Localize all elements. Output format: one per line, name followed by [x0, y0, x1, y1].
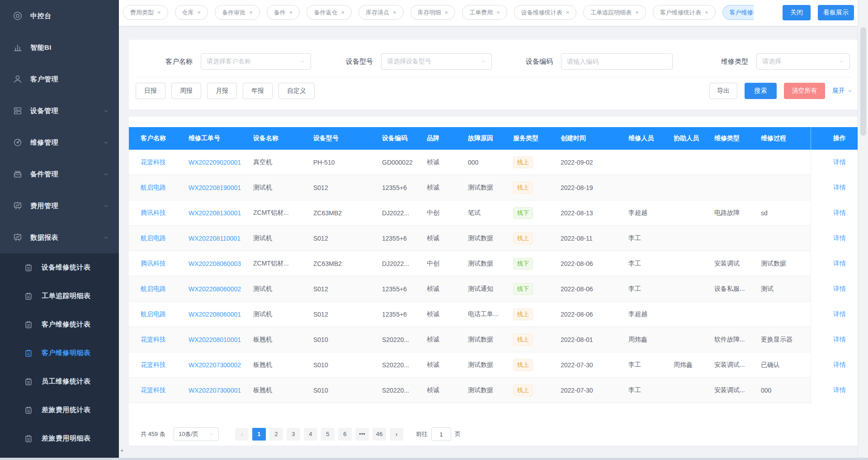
- page-number-button[interactable]: 1: [252, 428, 266, 441]
- work-order-link[interactable]: WX202208110001: [189, 235, 241, 242]
- sidebar-item-devices[interactable]: 设备管理: [0, 95, 119, 127]
- next-page-button[interactable]: ›: [390, 428, 403, 441]
- tab[interactable]: 工单费用 ×: [462, 5, 507, 20]
- period-button[interactable]: 年报: [243, 83, 273, 99]
- sidebar-subitem[interactable]: 员工维修统计表: [0, 367, 119, 396]
- work-order-link[interactable]: WX202207300001: [189, 387, 241, 394]
- customer-link[interactable]: 腾讯科技: [141, 260, 166, 267]
- work-order-link[interactable]: WX202208060003: [189, 260, 241, 267]
- detail-link[interactable]: 详情: [833, 209, 846, 217]
- sidebar-subitem[interactable]: 差旅费用明细表: [0, 424, 119, 453]
- device-code-input[interactable]: [567, 58, 667, 65]
- search-button[interactable]: 搜索: [745, 83, 777, 99]
- tab[interactable]: 费用类型 ×: [123, 5, 168, 20]
- sidebar-subitem[interactable]: 设备维修统计表: [0, 253, 119, 282]
- page-number-button[interactable]: 2: [269, 428, 283, 441]
- tab[interactable]: 库存明细 ×: [410, 5, 456, 20]
- close-button[interactable]: 关闭: [783, 5, 811, 20]
- tab[interactable]: 备件返仓 ×: [307, 5, 352, 20]
- work-order-link[interactable]: WX202207300002: [189, 361, 241, 369]
- tab-close-icon[interactable]: ×: [496, 9, 500, 15]
- work-order-link[interactable]: WX202208130001: [189, 209, 241, 217]
- customer-link[interactable]: 花篮科技: [141, 361, 166, 368]
- tab-close-icon[interactable]: ×: [157, 9, 161, 15]
- sidebar-item-reports[interactable]: 数据报表: [0, 222, 119, 253]
- page-number-button[interactable]: 46: [373, 428, 386, 441]
- page-number-button[interactable]: •••: [355, 428, 369, 441]
- sidebar-item-customers[interactable]: 客户管理: [0, 63, 119, 95]
- tab[interactable]: 工单追踪明细表 ×: [583, 5, 646, 20]
- tab[interactable]: 备件 ×: [267, 5, 300, 20]
- sidebar-item-repairs[interactable]: 维修管理: [0, 127, 119, 158]
- sidebar-item-bi[interactable]: 智能BI: [0, 32, 119, 63]
- page-size-select[interactable]: 10条/页: [174, 427, 219, 441]
- goto-page-input[interactable]: [431, 427, 451, 441]
- tab-close-icon[interactable]: ×: [393, 9, 396, 15]
- tab[interactable]: 客户维修统计表 ×: [653, 5, 716, 20]
- detail-link[interactable]: 详情: [833, 361, 846, 369]
- tab-close-icon[interactable]: ×: [566, 9, 570, 15]
- detail-link[interactable]: 详情: [833, 260, 846, 268]
- tab-close-icon[interactable]: ×: [198, 9, 201, 15]
- customer-link[interactable]: 航启电路: [141, 184, 166, 191]
- tab-close-icon[interactable]: ×: [249, 9, 253, 15]
- detail-link[interactable]: 详情: [833, 310, 846, 318]
- prev-page-button[interactable]: ‹: [235, 428, 249, 441]
- work-order-link[interactable]: WX202208060002: [189, 285, 241, 293]
- work-order-link[interactable]: WX202209020001: [189, 159, 241, 166]
- board-display-button[interactable]: 看板展示: [818, 5, 854, 20]
- customer-link[interactable]: 花篮科技: [141, 386, 166, 394]
- detail-link[interactable]: 详情: [833, 285, 846, 293]
- tab-close-icon[interactable]: ×: [705, 9, 708, 15]
- detail-link[interactable]: 详情: [833, 158, 846, 166]
- bottom-scrollbar-track[interactable]: [0, 458, 868, 460]
- detail-link[interactable]: 详情: [833, 184, 846, 192]
- customer-link[interactable]: 航启电路: [141, 285, 166, 292]
- sidebar-subitem[interactable]: 工单追踪明细表: [0, 282, 119, 310]
- period-button[interactable]: 月报: [207, 83, 237, 99]
- sidebar-item-console[interactable]: 中控台: [0, 0, 119, 32]
- tab[interactable]: 仓库 ×: [175, 5, 208, 20]
- customer-link[interactable]: 花篮科技: [141, 336, 166, 343]
- page-number-button[interactable]: 5: [321, 428, 335, 441]
- vertical-scrollbar-thumb[interactable]: [860, 27, 866, 136]
- repair-type-select[interactable]: 请选择: [756, 53, 850, 70]
- customer-link[interactable]: 航启电路: [141, 310, 166, 318]
- detail-link[interactable]: 详情: [833, 336, 846, 344]
- sidebar-item-expenses[interactable]: 费用管理: [0, 190, 119, 222]
- page-number-button[interactable]: 4: [304, 428, 317, 441]
- sidebar-subitem[interactable]: 客户维修明细表: [0, 339, 119, 367]
- period-button[interactable]: 自定义: [278, 83, 315, 99]
- clear-all-button[interactable]: 清空所有: [784, 83, 825, 99]
- tab[interactable]: 备件审批 ×: [215, 5, 260, 20]
- tab[interactable]: 设备维修统计表 ×: [514, 5, 577, 20]
- work-order-link[interactable]: WX202208190001: [189, 184, 241, 191]
- work-order-link[interactable]: WX202208010001: [189, 336, 241, 343]
- sidebar-item-parts[interactable]: 备件管理: [0, 158, 119, 190]
- expand-toggle[interactable]: 展开: [832, 87, 853, 95]
- customer-link[interactable]: 腾讯科技: [141, 209, 166, 216]
- period-button[interactable]: 日报: [136, 83, 165, 99]
- table-row: 航启电路 WX202208110001 测试机 S012 12355+6 桢诚 …: [129, 226, 858, 251]
- detail-link[interactable]: 详情: [833, 386, 846, 394]
- customer-link[interactable]: 花篮科技: [141, 158, 166, 166]
- customer-link[interactable]: 航启电路: [141, 234, 166, 242]
- vertical-scrollbar[interactable]: [858, 0, 868, 458]
- sidebar-subitem[interactable]: 差旅费用统计表: [0, 396, 119, 424]
- tab-close-icon[interactable]: ×: [445, 9, 448, 15]
- hscroll-left-arrow-icon[interactable]: ◂: [120, 447, 123, 453]
- page-number-button[interactable]: 6: [338, 428, 352, 441]
- tab-close-icon[interactable]: ×: [635, 9, 639, 15]
- export-button[interactable]: 导出: [709, 83, 737, 99]
- tab[interactable]: 客户维修明细表 ×: [722, 5, 754, 20]
- work-order-link[interactable]: WX202208060001: [189, 311, 241, 318]
- device-model-select[interactable]: 请选择设备型号: [381, 53, 492, 70]
- customer-name-select[interactable]: 请选择客户名称: [201, 53, 311, 70]
- sidebar-subitem[interactable]: 客户维修统计表: [0, 310, 119, 339]
- detail-link[interactable]: 详情: [833, 234, 846, 242]
- tab-close-icon[interactable]: ×: [341, 9, 344, 15]
- page-number-button[interactable]: 3: [287, 428, 300, 441]
- tab-close-icon[interactable]: ×: [289, 9, 293, 15]
- tab[interactable]: 库存清点 ×: [359, 5, 404, 20]
- period-button[interactable]: 周报: [171, 83, 201, 99]
